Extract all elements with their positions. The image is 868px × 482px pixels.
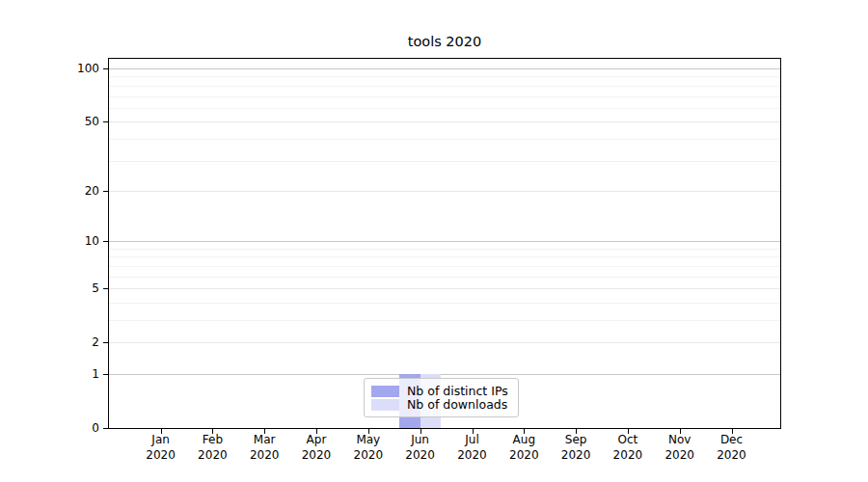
x-axis-tick-label: Jan2020 (131, 433, 191, 463)
major-gridline (109, 374, 780, 375)
y-axis-tick-label: 10 (48, 233, 99, 249)
x-axis-tick-label-year: 2020 (546, 448, 606, 464)
minor-gridline (109, 86, 780, 87)
x-axis-tick-label-month: Aug (494, 433, 554, 448)
x-axis-tick-label-year: 2020 (443, 448, 502, 464)
minor-gridline (109, 256, 780, 257)
x-axis-tick-mark (316, 429, 317, 434)
minor-gridline (109, 249, 780, 250)
y-axis-tick-mark (103, 374, 108, 375)
legend: Nb of distinct IPs Nb of downloads (364, 378, 519, 417)
x-axis-tick-label-year: 2020 (650, 448, 710, 464)
x-axis-tick-label-year: 2020 (598, 448, 658, 464)
x-axis-tick-mark (732, 429, 733, 434)
major-gridline (109, 241, 780, 242)
x-axis-tick-label-month: Jul (443, 433, 502, 448)
x-axis-tick-label-month: Jun (391, 433, 450, 448)
x-axis-tick-label-year: 2020 (391, 448, 450, 464)
minor-gridline (109, 303, 780, 304)
legend-item-distinct-ips: Nb of distinct IPs (371, 385, 511, 397)
minor-gridline (109, 96, 780, 97)
y-axis-tick-mark (103, 288, 108, 289)
y-axis-tick-label: 5 (48, 281, 99, 296)
x-axis-tick-label: Sep2020 (546, 433, 606, 463)
y-axis-tick-label: 0 (48, 420, 99, 436)
x-axis-tick-label: Apr2020 (286, 433, 346, 463)
gridline (109, 191, 780, 192)
chart-canvas: tools 2020 Nb of distinct IPs Nb of down… (0, 0, 868, 482)
x-axis-tick-label-year: 2020 (182, 448, 242, 464)
x-axis-tick-label-year: 2020 (339, 448, 398, 464)
gridline (109, 342, 780, 343)
y-axis-tick-mark (103, 121, 108, 122)
x-axis-tick-label: Mar2020 (234, 433, 294, 463)
x-axis-tick-mark (473, 429, 474, 434)
x-axis-tick-label-year: 2020 (131, 448, 191, 464)
x-axis-tick-mark (264, 429, 265, 434)
major-gridline (109, 68, 780, 69)
y-axis-tick-mark (103, 241, 108, 242)
x-axis-tick-mark (368, 429, 369, 434)
x-axis-tick-label-month: Feb (182, 433, 242, 448)
minor-gridline (109, 161, 780, 162)
legend-swatch-distinct-ips-icon (371, 386, 399, 397)
chart-title: tools 2020 (108, 34, 781, 49)
x-axis-tick-label: Nov2020 (650, 433, 710, 463)
x-axis-tick-label-month: Mar (234, 433, 294, 448)
x-axis-tick-mark (212, 429, 213, 434)
y-axis-tick-mark (103, 191, 108, 192)
y-axis-tick-mark (103, 68, 108, 69)
x-axis-tick-label-year: 2020 (286, 448, 346, 464)
x-axis-tick-label-month: Nov (650, 433, 710, 448)
legend-swatch-downloads-icon (371, 399, 399, 411)
minor-gridline (109, 76, 780, 77)
x-axis-tick-mark (680, 429, 681, 434)
x-axis-tick-label: Oct2020 (598, 433, 658, 463)
legend-label-distinct-ips: Nb of distinct IPs (407, 385, 508, 397)
x-axis-tick-label: Jul2020 (443, 433, 502, 463)
gridline (109, 121, 780, 122)
x-axis-tick-label-month: Oct (598, 433, 658, 448)
x-axis-tick-label: May2020 (339, 433, 398, 463)
x-axis-tick-label-month: Jan (131, 433, 191, 448)
y-axis-tick-label: 100 (48, 61, 99, 76)
legend-item-downloads: Nb of downloads (371, 398, 511, 411)
x-axis-tick-label: Feb2020 (182, 433, 242, 463)
y-axis-tick-label: 20 (48, 183, 99, 199)
y-axis-tick-mark (103, 428, 108, 429)
y-axis-tick-label: 2 (48, 335, 99, 350)
y-axis-tick-mark (103, 342, 108, 343)
x-axis-tick-label-month: Sep (546, 433, 606, 448)
x-axis-tick-label: Dec2020 (702, 433, 762, 463)
x-axis-tick-mark (161, 429, 162, 434)
minor-gridline (109, 139, 780, 140)
x-axis-tick-label: Jun2020 (391, 433, 450, 463)
x-axis-tick-label: Aug2020 (494, 433, 554, 463)
x-axis-tick-mark (576, 429, 577, 434)
minor-gridline (109, 320, 780, 321)
x-axis-tick-label-month: Apr (286, 433, 346, 448)
x-axis-tick-label-year: 2020 (702, 448, 762, 464)
x-axis-tick-label-year: 2020 (234, 448, 294, 464)
x-axis-tick-label-month: Dec (702, 433, 762, 448)
gridline (109, 288, 780, 289)
minor-gridline (109, 266, 780, 267)
y-axis-tick-label: 50 (48, 114, 99, 129)
x-axis-tick-label-month: May (339, 433, 398, 448)
x-axis-tick-mark (628, 429, 629, 434)
x-axis-tick-mark (524, 429, 525, 434)
x-axis-tick-label-year: 2020 (494, 448, 554, 464)
minor-gridline (109, 108, 780, 109)
legend-label-downloads: Nb of downloads (407, 398, 507, 411)
x-axis-tick-mark (420, 429, 421, 434)
minor-gridline (109, 277, 780, 278)
y-axis-tick-label: 1 (48, 366, 99, 382)
